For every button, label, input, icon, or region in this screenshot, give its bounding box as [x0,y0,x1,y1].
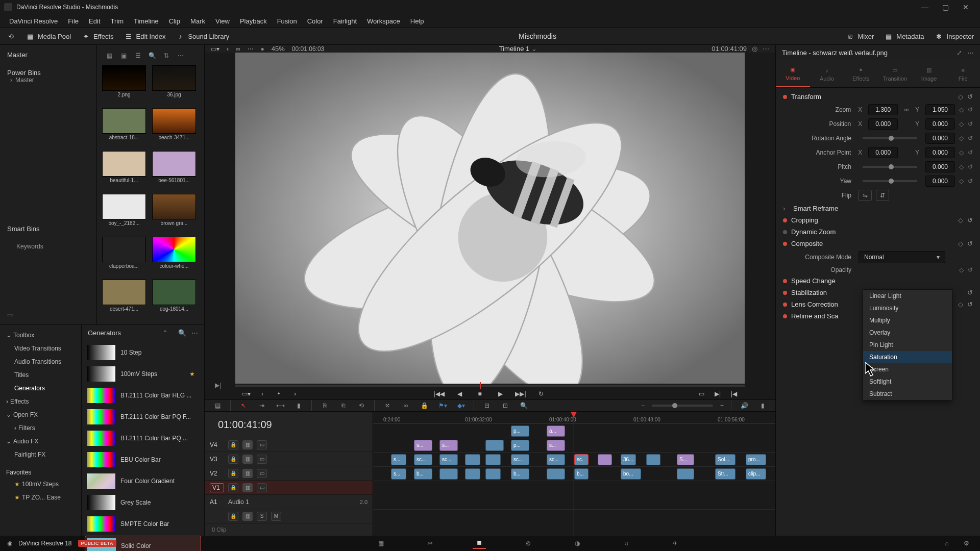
composite-mode-option[interactable]: Linear Light [863,290,952,302]
generator-item[interactable]: BT.2111 Color Bar PQ ... [85,429,201,448]
menu-playback[interactable]: Playback [235,15,272,27]
timeline-clip[interactable]: sc... [439,454,458,465]
menu-clip[interactable]: Clip [164,15,185,27]
disable-video-icon[interactable]: ▭ [257,455,267,464]
page-media-icon[interactable]: ▦ [375,538,388,549]
page-cut-icon[interactable]: ✂ [424,538,437,549]
fx-toolbox[interactable]: ⌄Toolbox [3,330,78,340]
timeline-clip[interactable]: bo... [621,468,641,480]
next-clip-icon[interactable]: ▶| [712,388,723,399]
generator-item[interactable]: 10 Step [85,343,201,362]
viewer-zoom[interactable]: 45% [272,45,285,53]
track-header-v1[interactable]: V1🔒▥▭ [205,481,373,495]
clip-item[interactable]: clapperboa... [101,237,147,278]
fx-fav-tpzo[interactable]: ★TP ZO... Ease [3,492,78,503]
play-icon[interactable]: ▶ [495,388,506,399]
reset-icon[interactable]: ↺ [967,289,973,296]
prev-clip-icon[interactable]: |◀ [728,388,740,399]
timeline-clip[interactable]: p... [511,440,529,451]
power-bin-master[interactable]: ›Master [10,77,89,84]
lock-icon[interactable]: 🔒 [228,469,238,478]
timeline-playhead[interactable] [574,412,574,536]
keyframe-icon[interactable]: ◇ [959,163,964,170]
timeline-clip[interactable] [485,468,501,480]
reset-icon[interactable]: ↺ [967,300,973,308]
section-smart-reframe[interactable]: ›Smart Reframe [776,203,980,214]
play-reverse-icon[interactable]: ◀ [454,388,465,399]
track-header-a1-ctrl[interactable]: 🔒▥SM [205,509,373,523]
menu-help[interactable]: Help [405,15,429,27]
inspector-tab-file[interactable]: ≡File [946,60,980,87]
inspector-button[interactable]: ✱Inspector [935,32,974,41]
lock-icon[interactable]: 🔒 [228,440,238,449]
keyframe-icon[interactable]: ◇ [959,266,964,273]
keyframe-icon[interactable]: ◇ [958,300,963,308]
bin-add-icon[interactable]: ▭ [7,311,13,318]
link-icon[interactable]: ∞ [902,106,911,113]
in-out-icon[interactable]: ▭▾ [240,388,252,399]
marker-next-icon[interactable]: › [289,388,301,399]
timeline-view-icon[interactable]: ▤ [212,400,223,411]
fx-fav-100mv[interactable]: ★100mV Steps [3,479,78,489]
replace-icon[interactable]: ⟲ [356,400,367,411]
thumbnails-view-icon[interactable]: ▣ [118,51,129,60]
page-deliver-icon[interactable]: ✈ [669,538,682,549]
track-header-a1[interactable]: A1Audio 12.0 [205,495,373,509]
fx-generators[interactable]: Generators [3,383,78,393]
reset-icon[interactable]: ↺ [968,149,973,156]
page-fairlight-icon[interactable]: ♫ [620,538,633,549]
media-pool-button[interactable]: ▦Media Pool [26,32,71,41]
keyframe-icon[interactable]: ◇ [959,149,964,156]
flip-vertical-button[interactable]: ⇵ [876,190,889,201]
generator-item[interactable]: BT.2111 Color Bar HLG ... [85,386,201,405]
rotation-slider[interactable] [863,137,917,139]
star-icon[interactable]: ★ [189,370,199,378]
keyframe-icon[interactable]: ◇ [959,135,964,142]
clip-item[interactable]: brown gra... [151,194,197,235]
timeline-clip[interactable] [646,454,660,465]
first-frame-icon[interactable]: |◀◀ [433,388,445,399]
timeline-clip[interactable]: 36... [621,454,636,465]
section-speed-change[interactable]: Speed Change [776,275,980,287]
record-icon[interactable]: ● [261,45,264,53]
menu-color[interactable]: Color [302,15,328,27]
disable-video-icon[interactable]: ▭ [257,469,267,478]
minimize-button[interactable]: — [915,0,935,14]
menu-trim[interactable]: Trim [106,15,129,27]
timeline-clip[interactable]: sc. [574,454,589,465]
timeline-clip[interactable]: Sol... [715,454,736,465]
metadata-button[interactable]: ▤Metadata [884,32,924,41]
viewer-timeline-name[interactable]: Timeline 1 ⌄ [324,45,712,53]
zoom-y-input[interactable] [925,104,955,115]
timeline-clip[interactable]: pro... [746,454,766,465]
clip-item[interactable]: colour-whe... [151,237,197,278]
trim-tool-icon[interactable]: ⇥ [256,400,267,411]
mixer-button[interactable]: ⎚Mixer [846,32,874,41]
reset-icon[interactable]: ↺ [968,178,973,185]
timeline-clip[interactable] [485,440,504,451]
mute-button[interactable]: M [271,512,281,521]
timeline-clip[interactable]: s... [391,468,406,480]
composite-mode-option[interactable]: Luminosity [863,302,952,314]
bin-master[interactable]: Master [7,51,89,59]
inspector-tab-effects[interactable]: ✦Effects [844,60,878,87]
link-icon[interactable]: ∞ [400,400,411,411]
anchor-y-input[interactable] [925,147,955,158]
keyframe-icon[interactable]: ◇ [959,120,964,128]
track-v4[interactable]: p...a... [373,424,775,438]
step-forward-icon[interactable]: ▶| [215,382,221,389]
section-composite[interactable]: Composite◇↺ [776,238,980,249]
page-fusion-icon[interactable]: ⊚ [522,538,535,549]
overwrite-icon[interactable]: ⎗ [337,400,349,411]
zoom-out-icon[interactable]: ⊟ [481,400,493,411]
timeline-clip[interactable]: sc... [547,454,565,465]
inspector-tab-image[interactable]: ▧Image [912,60,946,87]
page-edit-icon[interactable]: ≣ [473,538,486,549]
composite-mode-option[interactable]: Saturation [863,351,952,363]
disable-video-icon[interactable]: ▭ [257,483,267,492]
fx-effects[interactable]: ›Effects [3,396,78,407]
clip-item[interactable]: boy_-_2182... [101,194,147,235]
pitch-input[interactable] [925,161,955,172]
timeline-clip[interactable]: sc... [414,454,432,465]
menu-fairlight[interactable]: Fairlight [328,15,362,27]
